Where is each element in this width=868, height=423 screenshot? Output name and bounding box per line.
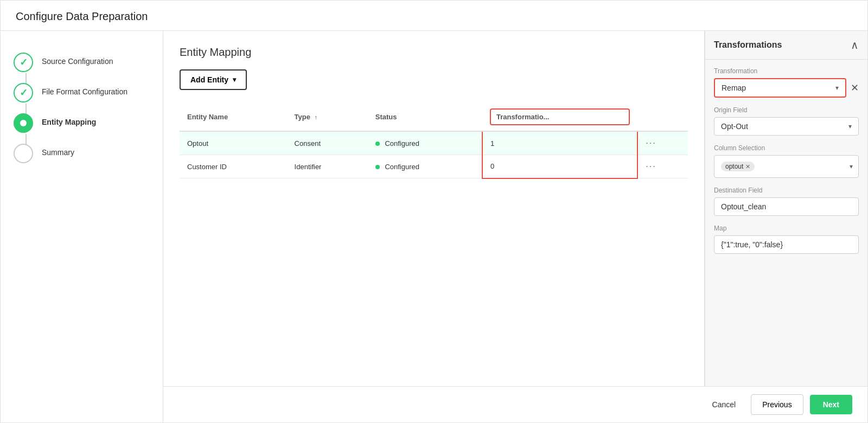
origin-field-select[interactable]: Opt-Out ▾	[714, 117, 859, 136]
map-label: Map	[714, 225, 859, 232]
active-dot	[20, 120, 27, 126]
previous-button[interactable]: Previous	[751, 394, 803, 415]
step-circle-file-format: ✓	[14, 83, 33, 102]
collapse-icon[interactable]: ∧	[851, 39, 859, 52]
cell-status: Configured	[368, 131, 482, 155]
column-selection-label: Column Selection	[714, 144, 859, 152]
status-text: Configured	[385, 163, 419, 171]
map-input[interactable]	[714, 235, 859, 254]
tag-close-icon[interactable]: ✕	[745, 163, 750, 170]
cancel-button[interactable]: Cancel	[704, 396, 745, 413]
cell-status: Configured	[368, 155, 482, 178]
sort-arrow-icon: ↑	[315, 114, 318, 120]
cell-more-actions[interactable]: ···	[637, 131, 688, 155]
step-circle-entity	[14, 113, 33, 133]
step-source-configuration: ✓ Source Configuration	[14, 47, 150, 78]
table-head: Entity Name Type ↑ Status	[180, 103, 688, 131]
step-label-file-format: File Format Configuration	[42, 83, 127, 96]
transformations-panel: Transformations ∧ Transformation Remap ▾	[705, 31, 867, 386]
origin-field-group: Origin Field Opt-Out ▾	[714, 106, 859, 136]
step-label-entity: Entity Mapping	[42, 113, 96, 126]
chevron-down-icon: ▾	[835, 84, 839, 92]
cell-type: Consent	[287, 131, 368, 155]
chevron-down-icon: ▾	[233, 76, 236, 84]
transformations-title: Transformations	[714, 40, 782, 50]
cell-entity-name: Customer ID	[180, 155, 287, 178]
map-field-group: Map	[714, 225, 859, 254]
add-entity-button[interactable]: Add Entity ▾	[180, 69, 247, 90]
status-dot-icon	[375, 142, 380, 146]
chevron-down-icon: ▾	[850, 163, 853, 170]
tag-label: optout	[725, 163, 743, 170]
transformation-label: Transformation	[714, 67, 859, 75]
sidebar: ✓ Source Configuration ✓ File Format Con…	[1, 31, 163, 422]
next-button[interactable]: Next	[810, 395, 852, 414]
cell-entity-name: Optout	[180, 131, 287, 155]
table-row[interactable]: Optout Consent Configured 1	[180, 131, 688, 155]
transformations-body: Transformation Remap ▾ ✕ Origi	[705, 60, 867, 261]
step-entity-mapping: Entity Mapping	[14, 108, 150, 138]
cell-type: Identifier	[287, 155, 368, 178]
origin-field-label: Origin Field	[714, 106, 859, 114]
step-label-summary: Summary	[42, 144, 74, 157]
content-area: Entity Mapping Add Entity ▾ Entity Name	[163, 31, 867, 386]
status-dot-icon	[375, 165, 380, 169]
chevron-down-icon: ▾	[848, 123, 852, 130]
tag-optout[interactable]: optout ✕	[721, 162, 755, 171]
column-selection-group: Column Selection optout ✕ ▾	[714, 144, 859, 178]
step-circle-summary	[14, 144, 33, 163]
cell-more-actions[interactable]: ···	[637, 155, 688, 178]
more-actions-icon[interactable]: ···	[646, 162, 656, 171]
table-row[interactable]: Customer ID Identifier Configured 0	[180, 155, 688, 178]
page-body: ✓ Source Configuration ✓ File Format Con…	[1, 31, 867, 422]
step-summary: Summary	[14, 138, 150, 169]
destination-field-input[interactable]	[714, 197, 859, 216]
transformations-header: Transformations ∧	[705, 31, 867, 60]
col-actions	[637, 103, 688, 131]
step-file-format: ✓ File Format Configuration	[14, 78, 150, 108]
entity-table: Entity Name Type ↑ Status	[180, 103, 688, 179]
add-entity-label: Add Entity	[190, 75, 228, 84]
step-label-source: Source Configuration	[42, 53, 113, 66]
origin-field-value: Opt-Out	[721, 122, 748, 131]
col-type[interactable]: Type ↑	[287, 103, 368, 131]
col-status: Status	[368, 103, 482, 131]
close-icon[interactable]: ✕	[851, 82, 859, 94]
destination-field-group: Destination Field	[714, 187, 859, 216]
more-actions-icon[interactable]: ···	[646, 138, 656, 148]
entity-panel-title: Entity Mapping	[180, 46, 688, 59]
cell-transformation-count: 1	[482, 131, 637, 155]
col-transformations: Transformatio...	[482, 103, 637, 131]
page-footer: Cancel Previous Next	[163, 386, 867, 422]
check-icon-2: ✓	[20, 87, 28, 99]
transformation-value: Remap	[722, 84, 746, 92]
step-circle-source: ✓	[14, 53, 33, 72]
transformation-col-header: Transformatio...	[490, 108, 630, 125]
main-content: Entity Mapping Add Entity ▾ Entity Name	[163, 31, 867, 422]
entity-panel: Entity Mapping Add Entity ▾ Entity Name	[163, 31, 704, 386]
column-selection-input[interactable]: optout ✕ ▾	[714, 155, 859, 178]
table-header-row: Entity Name Type ↑ Status	[180, 103, 688, 131]
transformation-select[interactable]: Remap ▾	[714, 78, 846, 98]
check-icon: ✓	[20, 56, 28, 68]
col-entity-name: Entity Name	[180, 103, 287, 131]
cell-transformation-count: 0	[482, 155, 637, 178]
status-text: Configured	[385, 139, 419, 148]
transformation-field-group: Transformation Remap ▾ ✕	[714, 67, 859, 98]
destination-field-label: Destination Field	[714, 187, 859, 194]
page-header: Configure Data Preparation	[1, 1, 867, 31]
page-title: Configure Data Preparation	[16, 10, 148, 22]
table-body: Optout Consent Configured 1	[180, 131, 688, 178]
